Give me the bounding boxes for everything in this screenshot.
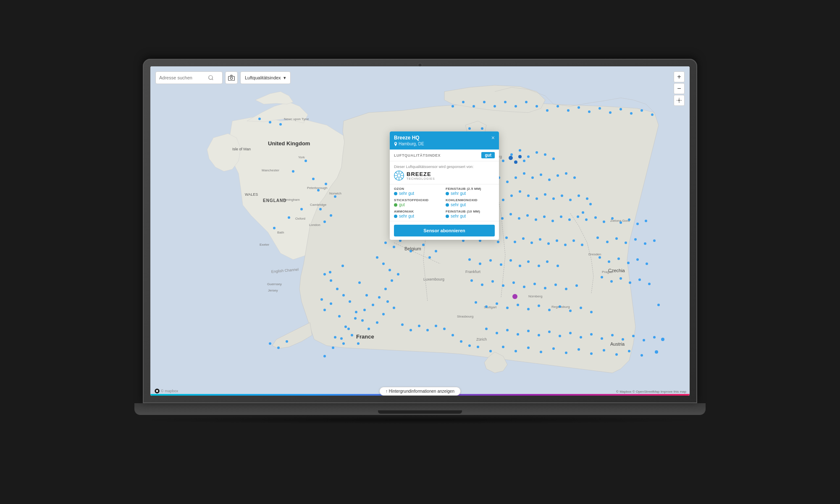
svg-point-77 [384,288,387,290]
search-box[interactable] [155,71,223,84]
svg-point-230 [617,257,620,260]
svg-point-304 [372,304,374,306]
svg-point-146 [586,197,588,200]
popup-aqi-label: LUFTQUALITÄTSINDEX [394,153,441,158]
svg-point-198 [544,287,546,289]
svg-point-321 [460,340,462,343]
svg-point-276 [504,101,507,103]
svg-point-278 [525,101,528,103]
svg-point-52 [334,195,336,198]
svg-point-155 [509,213,512,215]
svg-point-234 [601,276,603,278]
svg-point-231 [627,262,630,264]
svg-point-300 [329,271,331,273]
svg-point-210 [559,305,561,308]
popup-aqi-value: gut [481,152,495,158]
svg-point-273 [472,105,475,108]
svg-point-186 [519,265,521,267]
svg-point-108 [519,149,521,152]
metric-feinstaub10: FEINSTAUB (10 μm) sehr gut [446,210,495,218]
svg-point-248 [569,332,572,334]
svg-point-141 [544,193,546,196]
svg-point-271 [452,105,454,108]
svg-point-262 [540,351,542,353]
subscribe-button[interactable]: Sensor abonnieren [394,225,495,236]
breeze-brand-icon [394,171,404,181]
svg-point-224 [625,242,627,244]
popup-location: Hamburg, DE [394,142,424,146]
svg-point-291 [512,294,517,299]
search-input[interactable] [159,75,205,80]
svg-point-258 [489,350,492,352]
svg-point-123 [531,176,534,179]
svg-point-96 [357,342,360,345]
svg-point-293 [514,160,517,164]
svg-point-303 [365,294,368,297]
svg-point-250 [590,333,593,336]
svg-point-282 [567,109,570,112]
svg-point-334 [230,77,232,79]
svg-text:Jersey: Jersey [268,289,278,292]
svg-point-177 [556,239,558,242]
laptop-shadow [134,416,706,424]
luftqualitat-dropdown[interactable]: Luftqualitätsindex ▾ [240,71,291,84]
svg-point-296 [468,127,471,130]
svg-point-272 [462,101,465,103]
svg-point-299 [320,298,323,301]
svg-point-251 [601,337,603,340]
svg-point-41 [304,160,307,162]
svg-point-125 [548,178,551,181]
svg-point-88 [336,288,339,290]
bottom-bar: ↑ Hintergrundinformationen anzeigen [150,386,690,396]
svg-point-214 [594,216,597,219]
svg-point-204 [496,302,498,305]
breeze-brand-sub: TECHNOLOGIES [407,177,435,180]
svg-point-174 [530,242,533,244]
svg-point-308 [340,337,343,340]
svg-point-97 [342,342,345,345]
svg-point-316 [418,325,420,327]
zoom-out-button[interactable]: − [674,83,685,94]
svg-point-194 [502,284,504,287]
svg-point-261 [527,346,530,349]
svg-point-85 [355,311,357,313]
popup-close-button[interactable]: × [491,135,495,141]
metric-no2: STICKSTOFFDIOXID gut [394,198,443,207]
svg-point-91 [330,302,332,305]
svg-point-285 [598,107,601,110]
svg-point-275 [494,105,496,108]
svg-text:Cambridge: Cambridge [310,203,327,207]
svg-point-290 [651,113,654,116]
svg-point-222 [606,241,609,243]
svg-point-180 [581,244,583,246]
svg-point-318 [435,325,437,327]
svg-point-212 [580,307,582,309]
svg-point-228 [598,256,601,259]
svg-point-247 [559,335,561,337]
map-container[interactable]: United Kingdom ENGLAND WALES Isle of Man… [150,66,690,396]
svg-point-161 [560,215,562,218]
svg-point-183 [489,259,492,262]
svg-point-266 [590,352,593,355]
feinstaub25-dot [446,192,449,195]
hintergrund-button[interactable]: ↑ Hintergrundinformationen anzeigen [379,387,461,396]
svg-line-345 [396,177,398,179]
location-button[interactable] [674,95,685,106]
svg-point-306 [354,317,357,320]
svg-point-197 [533,283,536,285]
metric-co: KOHLENMONOXID sehr gut [446,198,495,207]
svg-text:United Kingdom: United Kingdom [268,140,310,147]
zoom-in-button[interactable]: + [674,71,685,82]
svg-point-226 [644,242,646,245]
laptop-container: United Kingdom ENGLAND WALES Isle of Man… [126,59,714,445]
svg-point-301 [341,265,344,267]
svg-text:York: York [298,155,305,159]
svg-point-171 [505,236,508,239]
search-icon [208,75,214,81]
svg-point-323 [657,304,660,306]
svg-point-162 [568,218,571,221]
svg-point-238 [638,278,641,281]
dropdown-arrow-icon: ▾ [284,75,286,81]
svg-point-281 [556,105,559,108]
camera-button[interactable] [225,71,238,84]
